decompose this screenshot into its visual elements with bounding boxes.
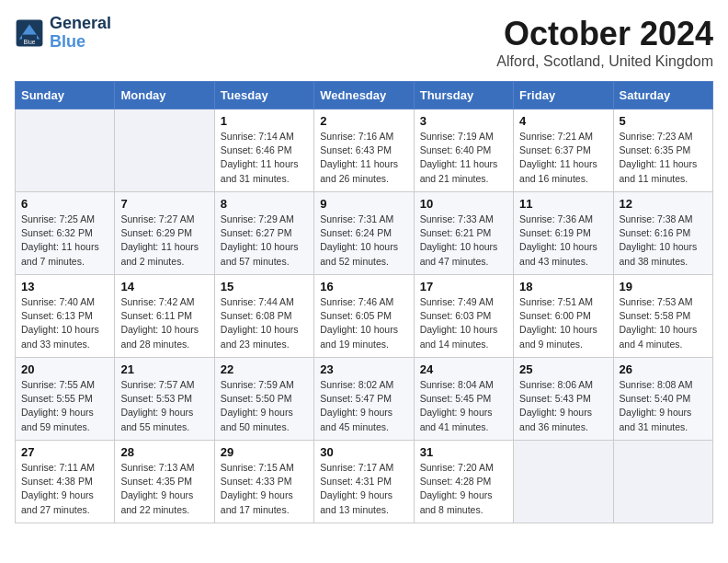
calendar-cell: 5Sunrise: 7:23 AM Sunset: 6:35 PM Daylig… [613,109,712,192]
calendar-week-row: 27Sunrise: 7:11 AM Sunset: 4:38 PM Dayli… [16,441,713,523]
day-info: Sunrise: 7:53 AM Sunset: 5:58 PM Dayligh… [620,295,707,351]
logo-line2: Blue [50,33,111,52]
day-info: Sunrise: 7:59 AM Sunset: 5:50 PM Dayligh… [221,378,308,434]
calendar-cell: 14Sunrise: 7:42 AM Sunset: 6:11 PM Dayli… [115,275,214,358]
month-title: October 2024 [496,15,713,53]
dow-header: Monday [115,82,214,109]
day-number: 17 [420,280,507,293]
calendar-cell: 22Sunrise: 7:59 AM Sunset: 5:50 PM Dayli… [214,358,313,441]
title-block: October 2024 Alford, Scotland, United Ki… [496,15,713,70]
day-number: 22 [221,362,308,376]
day-number: 6 [21,197,108,211]
day-info: Sunrise: 8:02 AM Sunset: 5:47 PM Dayligh… [320,378,407,434]
day-info: Sunrise: 7:49 AM Sunset: 6:03 PM Dayligh… [420,295,507,351]
day-number: 16 [320,280,407,293]
dow-header: Friday [514,82,613,109]
day-number: 1 [221,114,308,128]
day-number: 8 [221,197,308,211]
calendar-cell: 29Sunrise: 7:15 AM Sunset: 4:33 PM Dayli… [214,441,313,523]
calendar-cell: 30Sunrise: 7:17 AM Sunset: 4:31 PM Dayli… [314,441,414,523]
day-info: Sunrise: 7:19 AM Sunset: 6:40 PM Dayligh… [420,130,507,186]
calendar-cell: 9Sunrise: 7:31 AM Sunset: 6:24 PM Daylig… [314,192,414,275]
day-info: Sunrise: 7:42 AM Sunset: 6:11 PM Dayligh… [120,295,208,351]
day-info: Sunrise: 7:27 AM Sunset: 6:29 PM Dayligh… [120,213,208,269]
calendar-cell: 2Sunrise: 7:16 AM Sunset: 6:43 PM Daylig… [314,109,414,192]
calendar-cell: 18Sunrise: 7:51 AM Sunset: 6:00 PM Dayli… [514,275,613,358]
day-number: 5 [620,114,707,128]
day-number: 12 [620,197,707,211]
calendar-cell: 1Sunrise: 7:14 AM Sunset: 6:46 PM Daylig… [214,109,313,192]
calendar-cell: 24Sunrise: 8:04 AM Sunset: 5:45 PM Dayli… [414,358,513,441]
day-info: Sunrise: 7:46 AM Sunset: 6:05 PM Dayligh… [320,295,407,351]
day-info: Sunrise: 8:08 AM Sunset: 5:40 PM Dayligh… [620,378,707,434]
day-number: 28 [120,445,208,459]
day-info: Sunrise: 7:17 AM Sunset: 4:31 PM Dayligh… [320,461,407,517]
day-info: Sunrise: 7:15 AM Sunset: 4:33 PM Dayligh… [221,461,308,517]
day-number: 2 [320,114,407,128]
day-info: Sunrise: 7:14 AM Sunset: 6:46 PM Dayligh… [221,130,308,186]
day-number: 15 [221,280,308,293]
calendar-week-row: 6Sunrise: 7:25 AM Sunset: 6:32 PM Daylig… [16,192,713,275]
calendar-cell: 19Sunrise: 7:53 AM Sunset: 5:58 PM Dayli… [613,275,712,358]
day-info: Sunrise: 7:11 AM Sunset: 4:38 PM Dayligh… [21,461,108,517]
calendar-cell [16,109,115,192]
dow-header: Saturday [613,82,712,109]
calendar-cell: 26Sunrise: 8:08 AM Sunset: 5:40 PM Dayli… [613,358,712,441]
day-info: Sunrise: 7:44 AM Sunset: 6:08 PM Dayligh… [221,295,308,351]
day-info: Sunrise: 8:04 AM Sunset: 5:45 PM Dayligh… [420,378,507,434]
day-info: Sunrise: 7:40 AM Sunset: 6:13 PM Dayligh… [21,295,108,351]
day-number: 21 [120,362,208,376]
calendar-cell [115,109,214,192]
day-info: Sunrise: 7:13 AM Sunset: 4:35 PM Dayligh… [120,461,208,517]
day-number: 4 [519,114,607,128]
svg-text:Blue: Blue [24,39,36,45]
day-number: 18 [519,280,607,293]
dow-header: Thursday [414,82,513,109]
calendar-cell: 15Sunrise: 7:44 AM Sunset: 6:08 PM Dayli… [214,275,313,358]
day-info: Sunrise: 7:20 AM Sunset: 4:28 PM Dayligh… [420,461,507,517]
day-info: Sunrise: 8:06 AM Sunset: 5:43 PM Dayligh… [519,378,607,434]
day-number: 29 [221,445,308,459]
calendar-cell: 12Sunrise: 7:38 AM Sunset: 6:16 PM Dayli… [613,192,712,275]
calendar-cell [514,441,613,523]
logo-text: General Blue [50,15,111,52]
calendar-cell: 31Sunrise: 7:20 AM Sunset: 4:28 PM Dayli… [414,441,513,523]
dow-header: Sunday [16,82,115,109]
calendar-cell: 21Sunrise: 7:57 AM Sunset: 5:53 PM Dayli… [115,358,214,441]
day-info: Sunrise: 7:55 AM Sunset: 5:55 PM Dayligh… [21,378,108,434]
calendar-cell: 8Sunrise: 7:29 AM Sunset: 6:27 PM Daylig… [214,192,313,275]
calendar-cell: 25Sunrise: 8:06 AM Sunset: 5:43 PM Dayli… [514,358,613,441]
day-number: 31 [420,445,507,459]
day-number: 27 [21,445,108,459]
calendar-cell: 16Sunrise: 7:46 AM Sunset: 6:05 PM Dayli… [314,275,414,358]
day-info: Sunrise: 7:33 AM Sunset: 6:21 PM Dayligh… [420,213,507,269]
calendar-cell: 11Sunrise: 7:36 AM Sunset: 6:19 PM Dayli… [514,192,613,275]
day-of-week-row: SundayMondayTuesdayWednesdayThursdayFrid… [16,82,713,109]
day-number: 30 [320,445,407,459]
calendar-week-row: 13Sunrise: 7:40 AM Sunset: 6:13 PM Dayli… [16,275,713,358]
calendar-body: 1Sunrise: 7:14 AM Sunset: 6:46 PM Daylig… [16,109,713,523]
day-info: Sunrise: 7:21 AM Sunset: 6:37 PM Dayligh… [519,130,607,186]
calendar-cell: 23Sunrise: 8:02 AM Sunset: 5:47 PM Dayli… [314,358,414,441]
day-number: 11 [519,197,607,211]
location: Alford, Scotland, United Kingdom [496,53,713,70]
calendar-cell [613,441,712,523]
calendar-cell: 28Sunrise: 7:13 AM Sunset: 4:35 PM Dayli… [115,441,214,523]
calendar-cell: 6Sunrise: 7:25 AM Sunset: 6:32 PM Daylig… [16,192,115,275]
logo-icon: Blue [15,18,44,48]
day-info: Sunrise: 7:38 AM Sunset: 6:16 PM Dayligh… [620,213,707,269]
day-info: Sunrise: 7:23 AM Sunset: 6:35 PM Dayligh… [620,130,707,186]
calendar-cell: 27Sunrise: 7:11 AM Sunset: 4:38 PM Dayli… [16,441,115,523]
day-number: 3 [420,114,507,128]
day-info: Sunrise: 7:16 AM Sunset: 6:43 PM Dayligh… [320,130,407,186]
day-number: 26 [620,362,707,376]
calendar-week-row: 20Sunrise: 7:55 AM Sunset: 5:55 PM Dayli… [16,358,713,441]
calendar-cell: 3Sunrise: 7:19 AM Sunset: 6:40 PM Daylig… [414,109,513,192]
day-info: Sunrise: 7:31 AM Sunset: 6:24 PM Dayligh… [320,213,407,269]
day-number: 19 [620,280,707,293]
day-number: 24 [420,362,507,376]
calendar-cell: 4Sunrise: 7:21 AM Sunset: 6:37 PM Daylig… [514,109,613,192]
logo: Blue General Blue [15,15,111,52]
page-header: Blue General Blue October 2024 Alford, S… [15,15,713,70]
day-number: 10 [420,197,507,211]
